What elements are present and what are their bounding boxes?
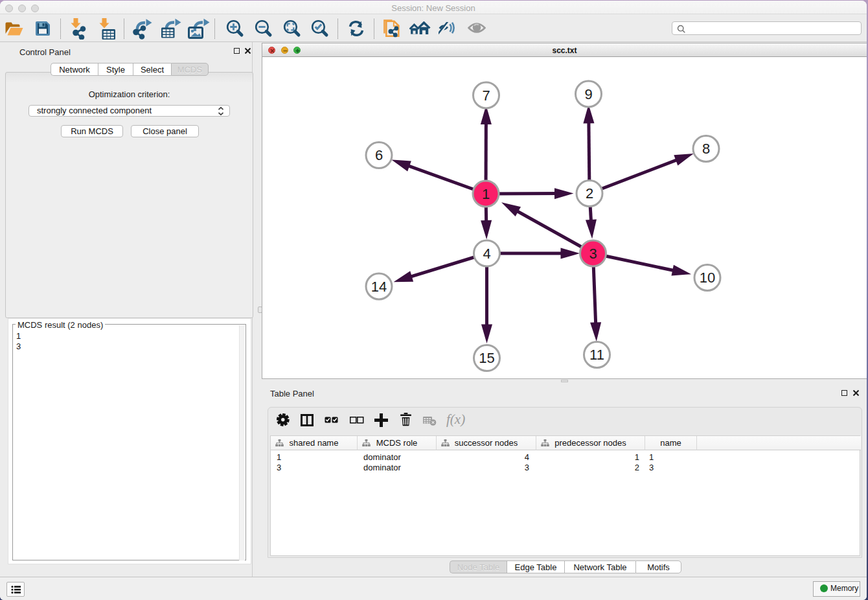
svg-text:4: 4 [483, 246, 490, 262]
svg-text:3: 3 [589, 246, 597, 262]
svg-text:14: 14 [371, 279, 387, 295]
svg-text:6: 6 [375, 147, 383, 163]
svg-text:11: 11 [589, 347, 604, 363]
svg-text:15: 15 [479, 350, 494, 366]
svg-text:7: 7 [482, 87, 490, 104]
svg-text:10: 10 [700, 270, 715, 286]
svg-text:1: 1 [482, 186, 490, 202]
svg-text:9: 9 [584, 86, 592, 102]
svg-text:2: 2 [586, 185, 593, 202]
svg-text:8: 8 [702, 141, 710, 157]
